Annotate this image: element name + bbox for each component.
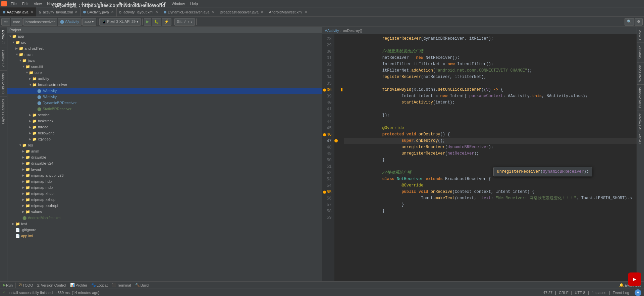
btn-version-control[interactable]: 2: Version Control (36, 282, 67, 288)
side-label-build-variants[interactable]: Build Variants (0, 70, 7, 96)
breadcrumb-aactivity[interactable]: AActivity (325, 29, 339, 33)
btn-ttit[interactable]: ttit (1, 18, 10, 26)
tab-bactivity[interactable]: BActivity.java ✕ (80, 7, 117, 16)
tree-item-service[interactable]: ▶ 📁 service (7, 112, 322, 118)
code-editor[interactable]: registerReceiver(dynamicBRReceiver, itFi… (341, 34, 637, 281)
tree-item-res[interactable]: ▼ 📁 res (7, 142, 322, 148)
btn-app[interactable]: app ▾ (82, 18, 96, 26)
encoding: UTF-8 (575, 291, 585, 295)
tree-item-project[interactable]: ▼ 📁 app (7, 33, 322, 39)
tree-item-main[interactable]: ▼ 📁 main (7, 51, 322, 57)
tree-item-appiml[interactable]: 📄 app.iml (7, 233, 322, 239)
tree-item-java[interactable]: ▼ 📁 java (7, 57, 322, 64)
tab-dynamicbr[interactable]: DynamicBRReceiver.java ✕ (161, 7, 217, 16)
tab-a-layout[interactable]: a_activity_layout.xml ✕ (36, 7, 81, 16)
btn-search[interactable]: 🔍 (625, 18, 634, 26)
folder-icon: 📁 (25, 161, 30, 166)
btn-debug[interactable]: 🐛 (152, 18, 161, 26)
separator2 (142, 18, 143, 25)
btn-profiler[interactable]: 📊 Profiler (69, 282, 89, 288)
tree-item-anim[interactable]: ▶ 📁 anim (7, 148, 322, 154)
btn-core[interactable]: core (11, 18, 22, 26)
tree-item-mipmap-xhdpi[interactable]: ▶ 📁 mipmap-xhdpi (7, 191, 322, 197)
btn-profile[interactable]: ⚡ (162, 18, 171, 26)
tree-item-gitignore[interactable]: 📄 .gitignore (7, 227, 322, 233)
side-label-build-variants-r[interactable]: Build Variants (637, 84, 644, 111)
tree-item-thread[interactable]: ▶ 📁 thread (7, 124, 322, 130)
code-line-30: //接受系统发出的广播 (344, 48, 637, 55)
tree-item-broadcastreceiver[interactable]: ▼ 📁 broadcastreceiver (7, 82, 322, 88)
menu-window[interactable]: Window (170, 1, 186, 6)
tree-item-comttit[interactable]: ▼ 📁 com.ttit (7, 64, 322, 70)
tab-close[interactable]: ✕ (75, 10, 77, 14)
tree-item-mipmap-mdpi[interactable]: ▶ 📁 mipmap-mdpi (7, 184, 322, 191)
side-label-project[interactable]: 1: Project (0, 27, 7, 47)
btn-run[interactable]: ▶ Run (1, 282, 14, 288)
sep: | (555, 291, 556, 295)
tree-item-aactivity[interactable]: ⬤ AActivity (7, 88, 322, 94)
tree-item-mipmap-xxxhdpi[interactable]: ▶ 📁 mipmap-xxxhdpi (7, 203, 322, 209)
tab-close[interactable]: ✕ (211, 10, 214, 14)
menu-edit[interactable]: Edit (21, 1, 30, 6)
side-label-word-book[interactable]: Word Book (637, 62, 644, 84)
tab-androidmanifest[interactable]: AndroidManifest.xml ✕ (266, 7, 310, 16)
line-num-41: 41 (322, 106, 334, 112)
side-label-device-file-explorer[interactable]: Device File Explorer (637, 111, 644, 146)
event-log-btn[interactable]: Event Log (612, 291, 629, 295)
btn-broadcastreceiver[interactable]: broadcastreceiver (23, 18, 57, 26)
tree-item-dynamicbrreceiver[interactable]: ⬤ DynamicBRReceiver (7, 100, 322, 106)
btn-device[interactable]: 📱 Pixel 3 XL API 29 ▾ (99, 18, 141, 26)
code-line-49: unregisterReceiver(netReceiver); (344, 151, 637, 157)
tree-label: drawable (31, 155, 46, 159)
tree-item-androidtest[interactable]: ▶ 📁 androidTest (7, 45, 322, 51)
breadcrumb-ondestroy[interactable]: onDestroy() (343, 29, 362, 33)
btn-aactivity[interactable]: ⬤ AActivity (58, 18, 82, 26)
side-label-layout-captures[interactable]: Layout Captures (0, 96, 7, 126)
side-label-favorites[interactable]: 2: Favorites (0, 47, 7, 70)
tab-b-layout[interactable]: b_activity_layout.xml ✕ (117, 7, 161, 16)
tree-item-bactivity[interactable]: ⬤ BActivity (7, 94, 322, 100)
btn-todo[interactable]: ☑ TODO (17, 282, 35, 288)
tab-icon-blue (3, 11, 5, 13)
tab-broadcastreceiver[interactable]: BroadcastReceiver.java ✕ (217, 7, 266, 16)
btn-logcat[interactable]: 🐾 Logcat (90, 282, 109, 288)
tab-close[interactable]: ✕ (31, 10, 33, 14)
sep2: | (571, 291, 572, 295)
side-label-gradle[interactable]: Gradle (637, 27, 644, 43)
tab-aactivity[interactable]: AActivity.java ✕ (0, 7, 36, 16)
side-label-structure[interactable]: Structure (637, 43, 644, 62)
tree-item-layout[interactable]: ▶ 📁 layout (7, 166, 322, 172)
btn-git[interactable]: Git: ✓ ↑ ↓ (174, 18, 195, 26)
code-container[interactable]: 28 29 30 31 32 33 34 35 36 39 40 41 43 4… (322, 34, 637, 281)
tree-item-drawable-v24[interactable]: ▶ 📁 drawable-v24 (7, 160, 322, 166)
tree-item-xgvideo[interactable]: ▶ 📁 xgvideo (7, 136, 322, 142)
tab-close[interactable]: ✕ (111, 10, 114, 14)
btn-settings[interactable]: ⚙ (635, 18, 643, 26)
tree-item-src[interactable]: ▼ 📁 src (7, 39, 322, 45)
project-tree[interactable]: ▼ 📁 app ▼ 📁 src ▶ 📁 androidTest ▼ 📁 mai (7, 33, 322, 281)
menu-file[interactable]: File (9, 1, 18, 6)
tab-close[interactable]: ✕ (155, 10, 158, 14)
tree-item-test[interactable]: ▶ 📁 test (7, 221, 322, 227)
btn-run-app[interactable]: ▶ (144, 18, 151, 26)
play-button-overlay[interactable]: ▶ (628, 272, 641, 286)
tab-close[interactable]: ✕ (261, 10, 263, 14)
tree-item-activity[interactable]: ▶ 📁 activity (7, 76, 322, 82)
tree-item-taskstack[interactable]: ▶ 📁 taskstack (7, 118, 322, 124)
line-num-36: 36 (322, 87, 334, 93)
tree-item-mipmap-xxhdpi[interactable]: ▶ 📁 mipmap-xxhdpi (7, 197, 322, 203)
btn-build[interactable]: 🔨 Build (134, 282, 150, 288)
tree-item-androidmanifest[interactable]: ⬤ AndroidManifest.xml (7, 215, 322, 221)
btn-terminal[interactable]: ⬛ Terminal (110, 282, 132, 288)
tree-item-mipmap-hdpi[interactable]: ▶ 📁 mipmap-hdpi (7, 178, 322, 184)
tree-item-mipmap-anydpi[interactable]: ▶ 📁 mipmap-anydpi-v26 (7, 172, 322, 178)
menu-help[interactable]: Help (189, 1, 199, 6)
code-line-50: } (344, 157, 637, 163)
tab-close[interactable]: ✕ (305, 10, 307, 14)
tree-item-drawable[interactable]: ▶ 📁 drawable (7, 154, 322, 160)
tree-item-core[interactable]: ▼ 📁 core (7, 70, 322, 76)
tree-item-values[interactable]: ▶ 📁 values (7, 209, 322, 215)
tree-item-staticbrreceiver[interactable]: ⬤ StaticBRReceiver (7, 106, 322, 112)
menu-view[interactable]: View (33, 1, 43, 6)
tree-item-helloworld[interactable]: ▶ 📁 helloworld (7, 130, 322, 136)
